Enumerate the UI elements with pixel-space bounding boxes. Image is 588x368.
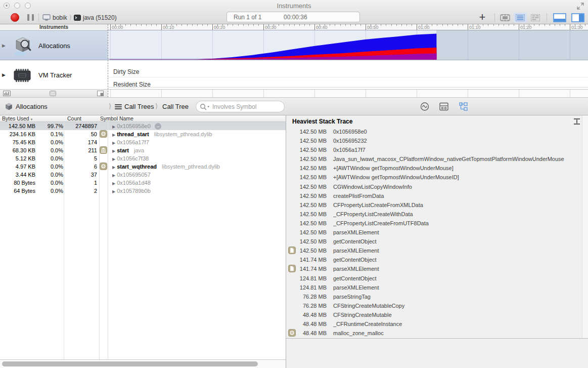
call-tree-row[interactable]: 142.50 MB99.7%2748897▶0x1056958e0→ <box>0 122 286 130</box>
elapsed-time: 00:00:36 <box>284 14 307 21</box>
call-tree-row[interactable]: 75.45 KB0.0%174▶0x1056a17f7 <box>0 138 286 146</box>
stack-frame-row[interactable]: 142.50 MBcreatePlistFromData <box>286 191 588 200</box>
target-process[interactable]: java (51520) <box>83 14 117 21</box>
count-cell: 5 <box>64 154 97 162</box>
tracks-sidebar-header: Instruments <box>0 24 108 30</box>
vm-track-divider <box>108 87 588 88</box>
disclosure-triangle-icon[interactable]: ▶ <box>112 133 115 137</box>
ruler-minor-tick <box>437 24 437 26</box>
disclosure-triangle-icon[interactable]: ▶ <box>112 149 115 153</box>
extended-detail-pane: Heaviest Stack Trace 142.50 MB0x1056958e… <box>286 115 588 368</box>
disclosure-triangle-icon[interactable]: ▶ <box>112 165 115 170</box>
track-row-vm-tracker[interactable]: ▶ VM Tracker <box>0 60 108 90</box>
stack-frame-row[interactable]: 48.48 MB_CFRuntimeCreateInstance <box>286 319 588 329</box>
instrument-view-button[interactable] <box>499 13 512 22</box>
symbol-search-field[interactable] <box>196 101 285 112</box>
disclosure-triangle-icon[interactable]: ▶ <box>2 72 6 77</box>
disclosure-triangle-icon[interactable]: ▶ <box>112 125 115 129</box>
search-icon[interactable] <box>200 103 211 111</box>
call-tree-row[interactable]: 68.30 KB0.0%211▶startjava <box>0 146 286 154</box>
frame-symbol: parseXMLElement <box>333 264 580 273</box>
call-tree-row[interactable]: 64 Bytes0.0%2▶0x105789b0b <box>0 187 286 195</box>
call-tree-hierarchy-icon[interactable] <box>458 102 468 111</box>
allocations-track-graph[interactable] <box>108 30 588 60</box>
track-row-allocations[interactable]: ▶ Allocations <box>0 30 108 60</box>
list-view-button[interactable] <box>514 13 527 22</box>
call-tree-row[interactable]: 5.12 KB0.0%5▶0x1056c7f38 <box>0 154 286 162</box>
stack-frame-row[interactable]: 141.74 MBparseXMLElement <box>286 264 588 273</box>
stack-frame-row[interactable]: 142.50 MB0x1056958e0 <box>286 127 588 136</box>
disclosure-triangle-icon[interactable]: ▶ <box>112 181 115 186</box>
stack-frame-row[interactable]: 142.50 MBCGWindowListCopyWindowInfo <box>286 182 588 191</box>
disclosure-triangle-icon[interactable]: ▶ <box>112 173 115 178</box>
timeline-gridline <box>366 90 366 97</box>
call-tree-row[interactable]: 3.44 KB0.0%37▶0x105695057 <box>0 171 286 179</box>
call-tree-table: 142.50 MB99.7%2748897▶0x1056958e0→234.16… <box>0 122 286 195</box>
call-tree-row[interactable]: 4.97 KB0.0%6▶start_wqthreadlibsystem_pth… <box>0 162 286 171</box>
detail-view-label[interactable]: Call Tree <box>162 103 189 110</box>
call-trees-list-icon[interactable] <box>115 104 122 109</box>
toolbar-divider <box>38 13 39 22</box>
disclosure-triangle-icon[interactable]: ▶ <box>112 157 115 161</box>
stack-frame-row[interactable]: 124.81 MBgetContentObject <box>286 274 588 283</box>
stack-frame-row[interactable]: 76.28 MBparseStringTag <box>286 292 588 301</box>
column-header-count[interactable]: Count <box>67 115 81 121</box>
ruler-major-tick <box>161 24 162 30</box>
scrollbar-thumb[interactable] <box>2 361 258 366</box>
count-cell: 6 <box>64 162 97 171</box>
frame-size: 76.28 MB <box>297 301 327 310</box>
frame-size: 142.50 MB <box>297 246 327 255</box>
ruler-minor-tick <box>335 24 335 26</box>
call-tree-row[interactable]: 234.16 KB0.1%50▶thread_startlibsystem_pt… <box>0 130 286 138</box>
ruler-minor-tick <box>580 24 580 26</box>
ruler-tick-label: 01:20 <box>520 25 532 30</box>
track-zoom-icon[interactable] <box>50 91 56 96</box>
disclosure-triangle-icon[interactable]: ▶ <box>112 189 115 194</box>
histogram-icon[interactable] <box>3 91 11 96</box>
disclosure-triangle-icon[interactable]: ▶ <box>2 43 6 48</box>
sample-wave-icon[interactable] <box>420 102 430 111</box>
pause-button[interactable] <box>27 14 34 21</box>
column-header-symbol-name[interactable]: Symbol Name <box>100 115 133 121</box>
extended-detail-view-button[interactable] <box>529 13 542 22</box>
stack-frame-row[interactable]: 142.50 MB0x105695232 <box>286 136 588 145</box>
stack-frame-row[interactable]: 142.50 MB+[AWTWindow getTopmostWindowUnd… <box>286 163 588 173</box>
stack-frame-row[interactable]: 142.50 MB_CFPropertyListCreateFromUTF8Da… <box>286 219 588 228</box>
stack-frame-row[interactable]: 48.48 MBmalloc_zone_malloc <box>286 329 588 338</box>
stack-frame-row[interactable]: 76.28 MBCFStringCreateMutableCopy <box>286 301 588 310</box>
bottom-pane-toggle-button[interactable] <box>552 13 567 22</box>
stack-frame-row[interactable]: 142.50 MB+[AWTWindow getTopmostWindowUnd… <box>286 173 588 182</box>
target-host[interactable]: bobik <box>53 14 67 21</box>
pane-layout-icon[interactable] <box>97 91 104 96</box>
right-pane-toggle-button[interactable] <box>570 13 585 22</box>
stack-frame-row[interactable]: 142.50 MBJava_sun_lwawt_macosx_CPlatform… <box>286 154 588 163</box>
stack-frame-row[interactable]: 142.50 MB_CFPropertyListCreateWithData <box>286 210 588 219</box>
ruler-minor-tick <box>432 24 432 26</box>
console-log-icon[interactable] <box>439 102 449 111</box>
ruler-minor-tick <box>391 24 392 26</box>
stack-frame-row[interactable]: 141.74 MBgetContentObject <box>286 255 588 264</box>
stack-frame-row[interactable]: 124.81 MBparseXMLElement <box>286 283 588 292</box>
ruler-minor-tick <box>447 24 448 26</box>
disclosure-triangle-icon[interactable]: ▶ <box>112 141 115 145</box>
detail-category-label[interactable]: Call Trees <box>124 103 154 110</box>
stack-frame-row[interactable]: 142.50 MBCFPropertyListCreateFromXMLData <box>286 200 588 210</box>
focus-arrow-icon[interactable]: → <box>155 123 161 130</box>
search-input[interactable] <box>212 102 282 111</box>
column-header-bytes-used[interactable]: Bytes Used ▾ <box>2 115 32 122</box>
stack-frame-row[interactable]: 142.50 MBgetContentObject <box>286 237 588 246</box>
bytes-used-cell: 75.45 KB <box>0 138 35 146</box>
record-button[interactable] <box>11 13 19 22</box>
add-instrument-button[interactable]: + <box>477 11 487 23</box>
stack-frame-row[interactable]: 142.50 MB0x1056a17f7 <box>286 145 588 154</box>
call-tree-row[interactable]: 80 Bytes0.0%1▶0x1056a1d48 <box>0 179 286 187</box>
vm-tracker-track[interactable]: Dirty Size Resident Size <box>108 60 588 90</box>
stack-frame-row[interactable]: 142.50 MBparseXMLElement <box>286 228 588 237</box>
prune-stack-icon[interactable] <box>573 118 581 125</box>
horizontal-scrollbar[interactable] <box>0 359 286 368</box>
fullscreen-icon[interactable] <box>576 2 584 10</box>
stack-frame-row[interactable]: 142.50 MBparseXMLElement <box>286 246 588 255</box>
stack-frame-row[interactable]: 48.48 MBCFStringCreateMutable <box>286 310 588 319</box>
timeline-ruler[interactable]: 00:0000:1000:2000:3000:4000:5001:0001:10… <box>108 24 588 30</box>
detail-instrument-label[interactable]: Allocations <box>16 103 48 110</box>
